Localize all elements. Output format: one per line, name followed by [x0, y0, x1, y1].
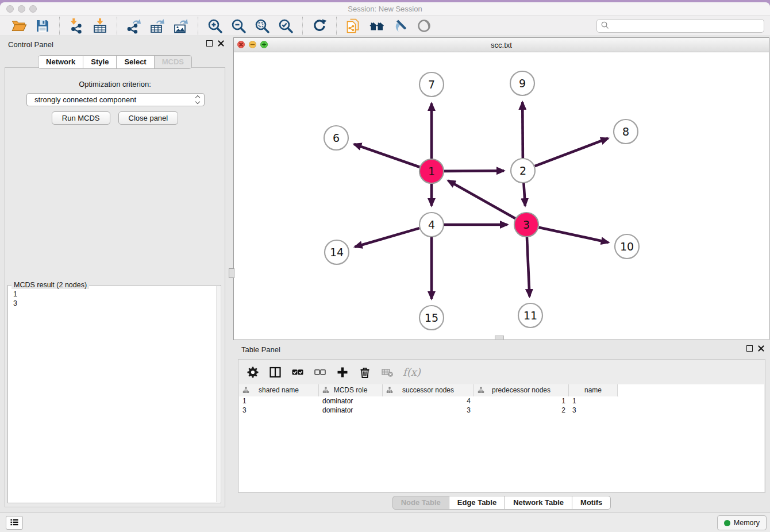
close-panel-button[interactable]: Close panel	[118, 111, 179, 125]
table-cell[interactable]: 1	[474, 396, 569, 406]
graph-edge-3-11[interactable]	[527, 237, 530, 296]
save-session-button[interactable]	[33, 17, 52, 35]
export-image-button[interactable]	[172, 17, 190, 35]
horizontal-splitter-grip[interactable]	[495, 336, 504, 340]
criterion-select[interactable]: strongly connected component	[26, 93, 205, 106]
graph-edge-1-6[interactable]	[354, 144, 419, 167]
float-table-panel-icon[interactable]	[746, 345, 753, 352]
table-cell[interactable]: 3	[239, 406, 319, 415]
result-scrollbar[interactable]	[216, 286, 220, 502]
table-cell[interactable]: 4	[383, 396, 474, 406]
tab-style[interactable]: Style	[83, 55, 117, 69]
delete-table-button[interactable]	[380, 365, 394, 379]
attribute-icon	[322, 387, 329, 394]
optimization-criterion-label: Optimization criterion:	[5, 80, 225, 88]
tab-network[interactable]: Network	[38, 55, 83, 69]
graph-edge-2-8[interactable]	[535, 138, 609, 166]
network-document-button[interactable]	[344, 17, 363, 35]
tab-network-table[interactable]: Network Table	[505, 496, 572, 510]
open-session-button[interactable]	[10, 17, 28, 35]
close-table-panel-icon[interactable]	[758, 345, 764, 352]
search-input[interactable]	[611, 22, 760, 30]
column-header-label: name	[569, 384, 617, 396]
eye-button[interactable]	[415, 17, 433, 35]
run-mcds-button[interactable]: Run MCDS	[52, 111, 110, 125]
table-cell[interactable]: 1	[239, 396, 319, 406]
graph-edge-4-14[interactable]	[355, 228, 419, 247]
table-row[interactable]: 3dominator323	[239, 406, 764, 415]
task-history-button[interactable]	[6, 516, 23, 530]
import-table-button[interactable]	[91, 17, 109, 35]
float-panel-icon[interactable]	[206, 40, 213, 47]
graph-node-1[interactable]: 1	[419, 159, 444, 183]
graph-node-2[interactable]: 2	[511, 159, 535, 183]
style-preview-button[interactable]	[391, 17, 410, 35]
column-header-successor-nodes[interactable]: successor nodes	[383, 384, 474, 396]
tab-select[interactable]: Select	[117, 55, 154, 69]
zoom-fit-button[interactable]	[253, 17, 271, 35]
graph-node-14[interactable]: 14	[325, 240, 349, 264]
export-table-button[interactable]	[148, 17, 167, 35]
export-network-button[interactable]	[125, 17, 143, 35]
tab-mcds[interactable]: MCDS	[155, 55, 192, 69]
deselect-all-button[interactable]	[313, 365, 327, 379]
graph-node-4[interactable]: 4	[419, 213, 444, 237]
add-row-icon	[336, 366, 349, 379]
graph-node-label: 4	[428, 218, 435, 231]
column-header-shared-name[interactable]: shared name	[239, 384, 319, 396]
network-document-icon	[345, 18, 361, 34]
table-cell[interactable]: 3	[383, 406, 474, 415]
graph-edge-2-3[interactable]	[523, 183, 525, 206]
search-box[interactable]	[596, 19, 764, 33]
table-cell[interactable]: dominator	[319, 406, 383, 415]
control-panel-tabs: NetworkStyleSelectMCDS	[0, 55, 230, 69]
graph-node-8[interactable]: 8	[614, 119, 638, 144]
graph-node-3[interactable]: 3	[514, 213, 538, 237]
table-header-row: shared nameMCDS rolesuccessor nodesprede…	[239, 384, 618, 396]
network-canvas[interactable]: 7968124314101511	[234, 52, 769, 340]
table-cell[interactable]: 3	[569, 406, 618, 415]
graph-edge-3-1[interactable]	[448, 180, 515, 218]
graph-edge-3-10[interactable]	[538, 228, 608, 242]
table-row[interactable]: 1dominator411	[239, 396, 764, 406]
graph-node-15[interactable]: 15	[419, 306, 444, 330]
graph-node-label: 2	[519, 164, 526, 177]
table-cell[interactable]: 2	[474, 406, 569, 415]
memory-button[interactable]: Memory	[717, 515, 767, 530]
column-header-mcds-role[interactable]: MCDS role	[319, 384, 383, 396]
column-header-label: predecessor nodes	[474, 384, 568, 396]
table-cell[interactable]: dominator	[319, 396, 383, 406]
tab-motifs[interactable]: Motifs	[572, 496, 611, 510]
zoom-selected-button[interactable]	[276, 17, 295, 35]
vertical-splitter-grip[interactable]	[229, 268, 234, 278]
graph-node-11[interactable]: 11	[518, 303, 542, 327]
table-cell[interactable]: 1	[569, 396, 618, 406]
delete-row-button[interactable]	[358, 365, 372, 379]
column-header-predecessor-nodes[interactable]: predecessor nodes	[474, 384, 569, 396]
graph-edge-1-2[interactable]	[444, 171, 504, 171]
column-header-name[interactable]: name	[569, 384, 618, 396]
home-button[interactable]	[368, 17, 386, 35]
close-panel-icon[interactable]	[218, 40, 224, 47]
graph-node-10[interactable]: 10	[615, 234, 639, 259]
gear-button[interactable]	[246, 365, 260, 379]
table-panel-title: Table Panel	[241, 345, 280, 354]
tab-edge-table[interactable]: Edge Table	[449, 496, 505, 510]
column-view-button[interactable]	[268, 365, 282, 379]
graph-node-6[interactable]: 6	[324, 126, 348, 150]
graph-node-label: 15	[425, 311, 438, 324]
tab-node-table[interactable]: Node Table	[392, 496, 449, 510]
select-stepper-icon	[196, 96, 199, 103]
select-all-button[interactable]	[291, 365, 305, 379]
add-row-button[interactable]	[336, 365, 349, 379]
graph-node-label: 11	[523, 309, 537, 322]
import-network-button[interactable]	[67, 17, 86, 35]
graph-node-9[interactable]: 9	[510, 71, 534, 95]
zoom-out-button[interactable]	[229, 17, 248, 35]
refresh-button[interactable]	[310, 17, 329, 35]
graph-node-7[interactable]: 7	[419, 72, 444, 97]
graph-edge-2-9[interactable]	[522, 102, 523, 158]
status-bar: Memory	[0, 512, 770, 532]
function-builder-button[interactable]: f(x)	[403, 365, 421, 379]
zoom-in-button[interactable]	[206, 17, 224, 35]
